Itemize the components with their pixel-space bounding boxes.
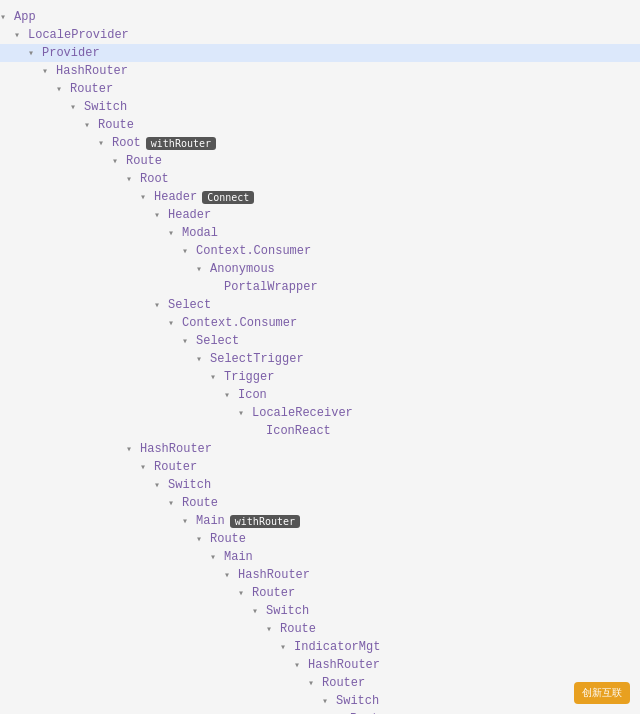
- tree-node[interactable]: ▾HashRouter: [0, 656, 640, 674]
- node-label: HashRouter: [56, 64, 128, 78]
- node-label: Header: [168, 208, 211, 222]
- expand-arrow[interactable]: ▾: [196, 263, 210, 275]
- expand-arrow[interactable]: ▾: [126, 443, 140, 455]
- tree-node[interactable]: PortalWrapper: [0, 278, 640, 296]
- expand-arrow[interactable]: ▾: [322, 695, 336, 707]
- tree-node[interactable]: ▾Trigger: [0, 368, 640, 386]
- tree-node[interactable]: ▾App: [0, 8, 640, 26]
- expand-arrow[interactable]: ▾: [154, 479, 168, 491]
- node-label: LocaleReceiver: [252, 406, 353, 420]
- tree-node[interactable]: ▾Provider: [0, 44, 640, 62]
- node-label: IndicatorMgt: [294, 640, 380, 654]
- tree-node[interactable]: ▾Route: [0, 152, 640, 170]
- expand-arrow[interactable]: ▾: [196, 353, 210, 365]
- node-label: Context.Consumer: [182, 316, 297, 330]
- tree-node[interactable]: ▾Switch: [0, 692, 640, 710]
- node-label: Context.Consumer: [196, 244, 311, 258]
- node-label: Main: [196, 514, 225, 528]
- expand-arrow[interactable]: ▾: [154, 299, 168, 311]
- node-label: Provider: [42, 46, 100, 60]
- node-label: Main: [224, 550, 253, 564]
- tree-node[interactable]: ▾HashRouter: [0, 440, 640, 458]
- expand-arrow[interactable]: ▾: [308, 677, 322, 689]
- expand-arrow[interactable]: ▾: [84, 119, 98, 131]
- expand-arrow[interactable]: ▾: [238, 587, 252, 599]
- expand-arrow[interactable]: ▾: [238, 407, 252, 419]
- node-badge: withRouter: [230, 515, 300, 528]
- tree-node[interactable]: ▾Context.Consumer: [0, 242, 640, 260]
- expand-arrow[interactable]: ▾: [280, 641, 294, 653]
- node-label: Modal: [182, 226, 218, 240]
- expand-arrow[interactable]: ▾: [210, 371, 224, 383]
- tree-node[interactable]: ▾Root: [0, 170, 640, 188]
- tree-node[interactable]: ▾Header: [0, 206, 640, 224]
- node-label: LocaleProvider: [28, 28, 129, 42]
- node-label: SelectTrigger: [210, 352, 304, 366]
- tree-node[interactable]: ▾RootwithRouter: [0, 134, 640, 152]
- tree-node[interactable]: ▾Router: [0, 458, 640, 476]
- expand-arrow[interactable]: ▾: [112, 155, 126, 167]
- tree-node[interactable]: ▾LocaleReceiver: [0, 404, 640, 422]
- tree-node[interactable]: ▾IndicatorMgt: [0, 638, 640, 656]
- tree-node[interactable]: ▾Route: [0, 710, 640, 714]
- tree-node[interactable]: ▾Modal: [0, 224, 640, 242]
- expand-arrow[interactable]: ▾: [168, 317, 182, 329]
- expand-arrow[interactable]: ▾: [168, 497, 182, 509]
- expand-arrow[interactable]: ▾: [182, 515, 196, 527]
- node-label: Route: [210, 532, 246, 546]
- expand-arrow[interactable]: ▾: [182, 335, 196, 347]
- expand-arrow[interactable]: ▾: [196, 533, 210, 545]
- tree-node[interactable]: ▾Route: [0, 620, 640, 638]
- tree-node[interactable]: ▾HashRouter: [0, 62, 640, 80]
- node-label: Switch: [84, 100, 127, 114]
- expand-arrow[interactable]: ▾: [252, 605, 266, 617]
- node-label: Router: [70, 82, 113, 96]
- tree-node[interactable]: ▾Router: [0, 674, 640, 692]
- expand-arrow[interactable]: ▾: [42, 65, 56, 77]
- tree-node[interactable]: ▾Anonymous: [0, 260, 640, 278]
- tree-node[interactable]: ▾Router: [0, 80, 640, 98]
- expand-arrow[interactable]: ▾: [98, 137, 112, 149]
- tree-node[interactable]: ▾SelectTrigger: [0, 350, 640, 368]
- tree-node[interactable]: ▾HeaderConnect: [0, 188, 640, 206]
- expand-arrow[interactable]: ▾: [168, 227, 182, 239]
- expand-arrow[interactable]: ▾: [28, 47, 42, 59]
- expand-arrow[interactable]: ▾: [266, 623, 280, 635]
- expand-arrow[interactable]: ▾: [70, 101, 84, 113]
- tree-node[interactable]: ▾HashRouter: [0, 566, 640, 584]
- node-label: Switch: [336, 694, 379, 708]
- tree-node[interactable]: ▾Switch: [0, 476, 640, 494]
- tree-node[interactable]: ▾Context.Consumer: [0, 314, 640, 332]
- tree-node[interactable]: IconReact: [0, 422, 640, 440]
- node-label: Route: [98, 118, 134, 132]
- expand-arrow[interactable]: ▾: [154, 209, 168, 221]
- node-label: Route: [182, 496, 218, 510]
- tree-node[interactable]: ▾Main: [0, 548, 640, 566]
- expand-arrow[interactable]: ▾: [224, 389, 238, 401]
- tree-node[interactable]: ▾Router: [0, 584, 640, 602]
- tree-node[interactable]: ▾Route: [0, 530, 640, 548]
- tree-node[interactable]: ▾Route: [0, 116, 640, 134]
- tree-node[interactable]: ▾Icon: [0, 386, 640, 404]
- expand-arrow[interactable]: ▾: [126, 173, 140, 185]
- expand-arrow[interactable]: ▾: [140, 191, 154, 203]
- node-label: Router: [322, 676, 365, 690]
- tree-node[interactable]: ▾MainwithRouter: [0, 512, 640, 530]
- expand-arrow[interactable]: ▾: [294, 659, 308, 671]
- tree-node[interactable]: ▾Switch: [0, 602, 640, 620]
- expand-arrow[interactable]: ▾: [14, 29, 28, 41]
- expand-arrow[interactable]: ▾: [0, 11, 14, 23]
- node-label: Root: [140, 172, 169, 186]
- node-label: HashRouter: [308, 658, 380, 672]
- expand-arrow[interactable]: ▾: [224, 569, 238, 581]
- expand-arrow[interactable]: ▾: [182, 245, 196, 257]
- tree-node[interactable]: ▾Switch: [0, 98, 640, 116]
- component-tree: ▾App▾LocaleProvider▾Provider▾HashRouter▾…: [0, 0, 640, 714]
- tree-node[interactable]: ▾Route: [0, 494, 640, 512]
- expand-arrow[interactable]: ▾: [140, 461, 154, 473]
- tree-node[interactable]: ▾Select: [0, 296, 640, 314]
- tree-node[interactable]: ▾Select: [0, 332, 640, 350]
- tree-node[interactable]: ▾LocaleProvider: [0, 26, 640, 44]
- expand-arrow[interactable]: ▾: [56, 83, 70, 95]
- expand-arrow[interactable]: ▾: [210, 551, 224, 563]
